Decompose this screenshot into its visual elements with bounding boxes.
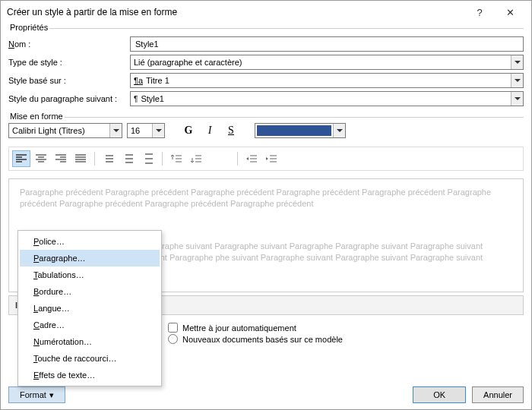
menu-item-paragraph[interactable]: Paragraphe…: [20, 250, 160, 266]
space-before-incr-button[interactable]: [167, 150, 185, 167]
chevron-down-icon[interactable]: [333, 124, 345, 137]
ok-button[interactable]: OK: [413, 386, 466, 403]
indent-increase-button[interactable]: [262, 150, 280, 167]
space-before-decr-button[interactable]: [187, 150, 205, 167]
underline-button[interactable]: S: [223, 122, 239, 139]
preview-prev-para: Paragraphe précédent Paragraphe précéden…: [20, 187, 512, 210]
name-input[interactable]: [130, 36, 524, 52]
line-spacing-2-button[interactable]: [139, 150, 157, 167]
chevron-down-icon[interactable]: [109, 124, 122, 137]
align-justify-button[interactable]: [71, 150, 90, 167]
menu-item-tabs[interactable]: Tabulations…: [20, 266, 160, 283]
style-type-combo[interactable]: Lié (paragraphe et caractère): [130, 55, 524, 70]
font-combo[interactable]: Calibri Light (Titres): [8, 123, 122, 138]
properties-panel: Nom : Type de style : Lié (paragraphe et…: [1, 29, 531, 111]
auto-update-checkbox[interactable]: Mettre à jour automatiquement: [168, 323, 524, 333]
format-button[interactable]: Format▾: [8, 386, 65, 403]
menu-item-font[interactable]: Police…: [20, 233, 160, 250]
help-button[interactable]: ?: [464, 1, 495, 24]
line-spacing-15-button[interactable]: [119, 150, 138, 167]
next-style-label: Style du paragraphe suivant :: [8, 94, 130, 103]
name-label: Nom :: [8, 39, 130, 49]
indent-decrease-button[interactable]: [242, 150, 261, 167]
based-on-label: Style basé sur :: [8, 76, 130, 85]
align-right-button[interactable]: [52, 150, 70, 167]
menu-item-border[interactable]: Bordure…: [20, 283, 160, 300]
titlebar: Créer un style à partir de la mise en fo…: [1, 1, 531, 24]
chevron-down-icon[interactable]: [511, 55, 523, 69]
paragraph-mark-icon: ¶a: [134, 76, 143, 85]
line-spacing-1-button[interactable]: [100, 150, 118, 167]
cancel-button[interactable]: Annuler: [472, 386, 524, 403]
window-title: Créer un style à partir de la mise en fo…: [7, 7, 464, 17]
menu-item-shortcut[interactable]: Touche de raccourci…: [20, 350, 160, 367]
italic-button[interactable]: I: [201, 122, 218, 139]
new-docs-radio[interactable]: Nouveaux documents basés sur ce modèle: [168, 334, 524, 344]
format-menu: Police… Paragraphe… Tabulations… Bordure…: [17, 230, 162, 386]
color-swatch: [257, 125, 331, 136]
style-type-label: Type de style :: [8, 58, 130, 67]
font-size-combo[interactable]: 16: [127, 123, 165, 138]
chevron-down-icon[interactable]: [152, 124, 164, 137]
properties-label: Propriétés: [8, 23, 49, 32]
formatting-panel: Calibri Light (Titres) 16 G I S: [1, 118, 531, 178]
bold-button[interactable]: G: [180, 122, 197, 139]
menu-item-texteffects[interactable]: Effets de texte…: [20, 367, 160, 383]
font-color-combo[interactable]: [255, 123, 346, 138]
menu-item-frame[interactable]: Cadre…: [20, 317, 160, 333]
chevron-down-icon[interactable]: [511, 74, 523, 87]
based-on-combo[interactable]: ¶a Titre 1: [130, 73, 524, 88]
menu-item-language[interactable]: Langue…: [20, 300, 160, 317]
paragraph-mark-icon: ¶: [134, 95, 138, 103]
menu-item-numbering[interactable]: Numérotation…: [20, 333, 160, 350]
caret-down-icon: ▾: [49, 390, 54, 400]
footer: Format▾ OK Annuler: [8, 386, 524, 403]
close-button[interactable]: ✕: [495, 1, 525, 24]
chevron-down-icon[interactable]: [511, 92, 523, 106]
paragraph-toolbar: [8, 147, 524, 171]
formatting-label: Mise en forme: [8, 112, 65, 121]
align-center-button[interactable]: [32, 150, 50, 167]
next-style-combo[interactable]: ¶ Style1: [130, 91, 524, 106]
align-left-button[interactable]: [12, 150, 30, 167]
